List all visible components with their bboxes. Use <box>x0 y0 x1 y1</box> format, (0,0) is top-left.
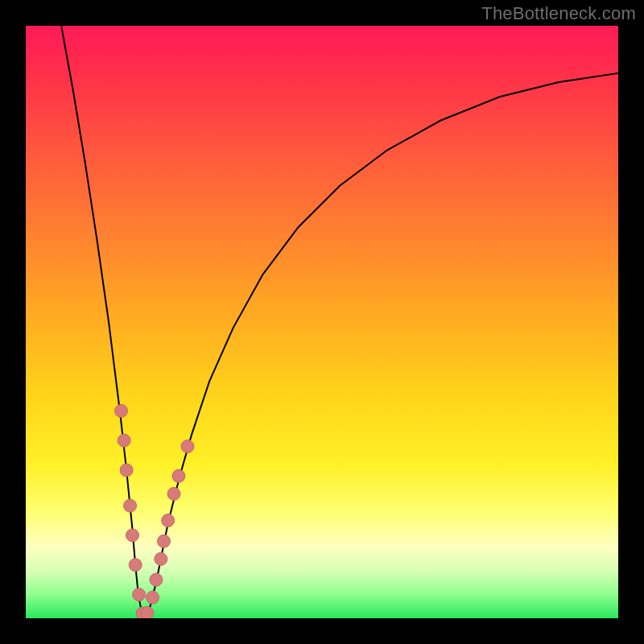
data-marker <box>126 529 138 542</box>
chart-frame: TheBottleneck.com <box>0 0 644 644</box>
data-marker <box>118 434 130 447</box>
marker-group <box>115 404 194 618</box>
plot-area <box>26 26 618 618</box>
data-marker <box>120 464 133 477</box>
data-marker <box>124 499 137 512</box>
watermark-text: TheBottleneck.com <box>481 3 636 24</box>
data-marker <box>172 469 185 482</box>
bottleneck-curve <box>61 26 618 615</box>
data-marker <box>147 591 159 604</box>
data-marker <box>181 440 194 453</box>
chart-svg <box>26 26 618 618</box>
data-marker <box>150 573 163 586</box>
data-marker <box>115 404 128 417</box>
data-marker <box>167 487 180 500</box>
data-marker <box>155 552 167 565</box>
data-marker <box>157 535 170 547</box>
data-marker <box>133 588 146 601</box>
data-marker <box>162 514 175 527</box>
data-marker <box>129 559 142 572</box>
data-marker <box>141 606 154 618</box>
